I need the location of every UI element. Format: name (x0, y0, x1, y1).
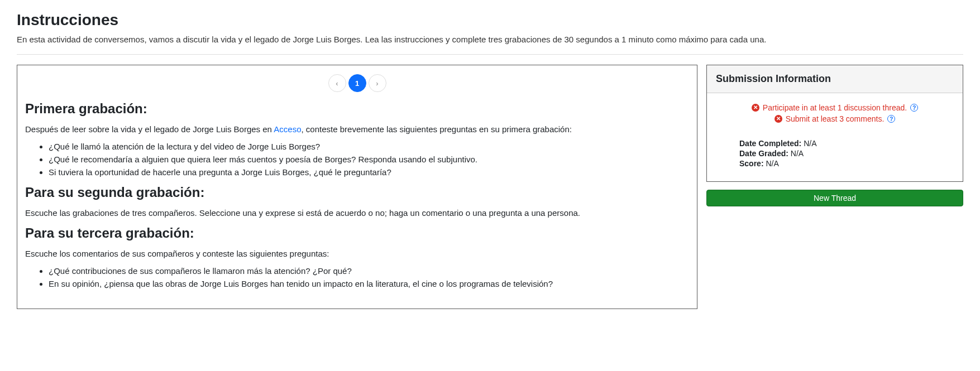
question-list: ¿Qué le llamó la atención de la lectura … (25, 142, 689, 177)
acceso-link[interactable]: Acceso (274, 124, 301, 134)
error-icon: ✕ (752, 104, 759, 112)
score-label: Score: (739, 159, 764, 168)
error-icon: ✕ (775, 115, 782, 123)
page-title: Instrucciones (17, 11, 963, 29)
pager-prev-button[interactable]: ‹ (328, 74, 346, 92)
list-item: Si tuviera la oportunidad de hacerle una… (49, 167, 689, 177)
pager-page-button[interactable]: 1 (348, 74, 366, 92)
pager-next-button[interactable]: › (369, 74, 386, 92)
submission-header: Submission Information (707, 65, 963, 93)
date-graded-value: N/A (791, 149, 804, 158)
section-heading: Primera grabación: (25, 101, 689, 117)
section-text: Escuche los comentarios de sus compañero… (25, 249, 689, 258)
list-item: ¿Qué le llamó la atención de la lectura … (49, 142, 689, 151)
submission-meta: Date Completed: N/A Date Graded: N/A Sco… (739, 139, 954, 168)
score-value: N/A (766, 159, 778, 168)
section-intro: Después de leer sobre la vida y el legad… (25, 124, 689, 134)
section-heading: Para su segunda grabación: (25, 185, 689, 200)
page-description: En esta actividad de conversemos, vamos … (17, 35, 963, 44)
submission-panel: Submission Information ✕ Participate in … (706, 65, 963, 182)
intro-text-pre: Después de leer sobre la vida y el legad… (25, 124, 274, 134)
list-item: En su opinión, ¿piensa que las obras de … (49, 279, 689, 288)
content-panel: ‹ 1 › Primera grabación: Después de leer… (17, 65, 697, 309)
divider (17, 54, 963, 55)
requirement-text: Participate in at least 1 discussion thr… (763, 103, 907, 112)
requirement-row: ✕ Submit at least 3 comments. ? (716, 114, 954, 123)
date-completed-label: Date Completed: (739, 139, 801, 148)
requirement-text: Submit at least 3 comments. (786, 114, 885, 123)
section-text: Escuche las grabaciones de tres compañer… (25, 208, 689, 218)
date-graded-label: Date Graded: (739, 149, 788, 158)
new-thread-button[interactable]: New Thread (706, 190, 963, 206)
pager: ‹ 1 › (25, 74, 689, 92)
list-item: ¿Qué le recomendaría a alguien que quier… (49, 155, 689, 164)
requirement-row: ✕ Participate in at least 1 discussion t… (716, 103, 954, 112)
help-icon[interactable]: ? (887, 115, 895, 123)
question-list: ¿Qué contribuciones de sus compañeros le… (25, 266, 689, 288)
section-heading: Para su tercera grabación: (25, 225, 689, 241)
help-icon[interactable]: ? (910, 104, 918, 112)
list-item: ¿Qué contribuciones de sus compañeros le… (49, 266, 689, 276)
date-completed-value: N/A (804, 139, 816, 148)
intro-text-post: , conteste brevemente las siguientes pre… (302, 124, 572, 134)
